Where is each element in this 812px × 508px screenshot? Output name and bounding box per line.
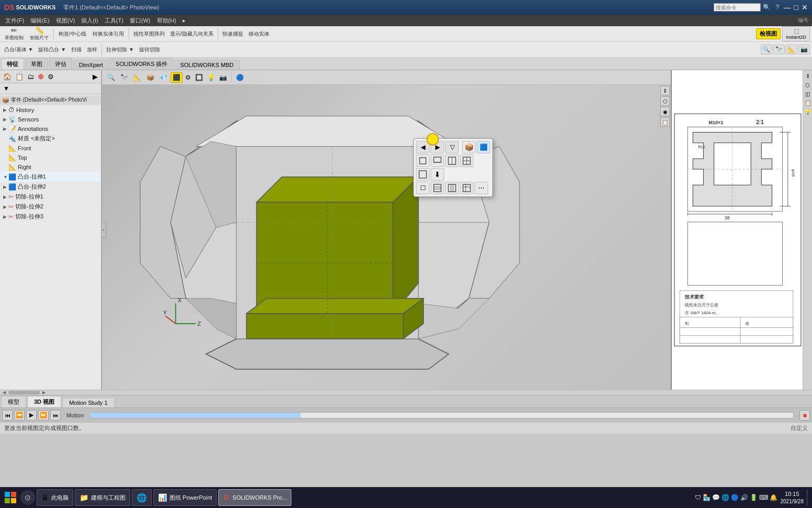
- panel-list-icon[interactable]: 📋: [14, 72, 25, 81]
- view-iso-icon[interactable]: 📦: [144, 72, 156, 83]
- tree-item-boss2[interactable]: ▶ 🟦 凸台-拉伸2: [0, 182, 101, 192]
- popup-hgrid[interactable]: [431, 182, 444, 194]
- tray-bluetooth[interactable]: 🔵: [731, 494, 739, 501]
- view-select-icon[interactable]: 📐: [131, 72, 143, 83]
- tree-item-cut2[interactable]: ▶ ✂ 切除-拉伸2: [0, 202, 101, 212]
- construction-line-button[interactable]: 构造/中心线: [56, 29, 89, 39]
- taskbar-powerpoint[interactable]: 📊 图纸 PowerPoint: [153, 489, 217, 506]
- menu-insert[interactable]: 插入(I): [78, 16, 101, 26]
- view-zoom-icon[interactable]: 🔭: [118, 72, 130, 83]
- view-hidden-icon[interactable]: 🔵: [234, 73, 245, 82]
- right-tb-btn2[interactable]: ⬡: [660, 96, 670, 106]
- search-area[interactable]: 🔍: [714, 3, 771, 12]
- tree-item-annotations[interactable]: ▶ 📝 Annotations: [0, 124, 101, 134]
- boss-extrude-button[interactable]: 凸台/基体 ▼: [2, 45, 35, 54]
- expand-icon[interactable]: ▶: [92, 72, 99, 81]
- tree-item-top[interactable]: 📐 Top: [0, 153, 101, 162]
- tab-evaluate[interactable]: 评估: [49, 58, 72, 70]
- taskbar-folder[interactable]: 📁 建模与工程图: [75, 489, 130, 506]
- view-selector[interactable]: 🔍 🔭 📐 📷: [761, 45, 810, 54]
- bottom-tab-motion[interactable]: Motion Study 1: [62, 397, 114, 407]
- motion-prev-btn[interactable]: ⏪: [14, 410, 25, 421]
- instant2d-button[interactable]: ⬚ Instant2D: [782, 26, 810, 41]
- dp-btn2[interactable]: ⬡: [804, 81, 811, 89]
- popup-box4[interactable]: [460, 154, 473, 167]
- dp-btn5[interactable]: 💡: [804, 108, 811, 115]
- tree-root[interactable]: 📦 零件 (Default<<Default> PhotoVi: [0, 95, 101, 105]
- show-desktop-button[interactable]: [807, 489, 810, 506]
- menu-help[interactable]: 帮助(H): [154, 16, 179, 26]
- tree-item-history[interactable]: ▶ ⏱ History: [0, 105, 101, 115]
- menu-edit[interactable]: 编辑(E): [27, 16, 53, 26]
- right-tb-btn1[interactable]: ⇕: [660, 86, 670, 95]
- popup-table[interactable]: [460, 182, 473, 194]
- menu-window[interactable]: 窗口(W): [127, 16, 154, 26]
- taskbar-chrome[interactable]: 🌐: [132, 489, 152, 506]
- popup-box2[interactable]: [431, 154, 444, 167]
- panel-target-icon[interactable]: ⊕: [37, 72, 45, 81]
- convert-entities-button[interactable]: 转换实体引用: [90, 29, 127, 39]
- tab-dimxpert[interactable]: DimXpert: [73, 60, 109, 70]
- motion-begin-btn[interactable]: ⏮: [2, 410, 13, 421]
- tray-input[interactable]: ⌨: [759, 494, 768, 501]
- tray-msg[interactable]: 💬: [712, 494, 720, 501]
- minimize-button[interactable]: —: [784, 3, 791, 12]
- motion-record-btn[interactable]: ⏺: [799, 410, 810, 421]
- scroll-left-btn[interactable]: ◀: [1, 391, 7, 395]
- view-lighting-icon[interactable]: 💡: [206, 73, 217, 82]
- panel-folder-icon[interactable]: 🗂: [26, 72, 35, 81]
- right-tb-btn3[interactable]: ◉: [660, 107, 670, 116]
- dp-btn1[interactable]: ⇕: [804, 72, 811, 80]
- popup-vgrid[interactable]: [445, 182, 459, 194]
- menu-file[interactable]: 文件(F): [2, 16, 27, 26]
- start-button[interactable]: [2, 489, 19, 506]
- tray-notification[interactable]: 🔔: [770, 494, 777, 501]
- tab-sw-plugins[interactable]: SOLIDWORKS 插件: [110, 58, 174, 70]
- view-more-icon[interactable]: ⚙: [184, 73, 193, 82]
- view-shaded-icon[interactable]: 💎: [157, 72, 170, 83]
- panel-home-icon[interactable]: 🏠: [2, 72, 13, 81]
- toolbar-checkmark-view[interactable]: 检视图: [756, 28, 781, 39]
- popup-layout1[interactable]: [416, 168, 430, 181]
- quick-snap-button[interactable]: 快速捕捉: [220, 29, 245, 39]
- view-section-icon[interactable]: 🔲: [194, 73, 205, 82]
- linear-sketch-pattern-button[interactable]: 线性草图阵列: [131, 29, 167, 39]
- motion-end-btn[interactable]: ⏭: [50, 410, 61, 421]
- tree-item-cut3[interactable]: ▶ ✂ 切除-拉伸3: [0, 212, 101, 222]
- sweep-button[interactable]: 扫描: [69, 45, 84, 54]
- bottom-tab-model[interactable]: 模型: [1, 396, 26, 407]
- loft-button[interactable]: 放样: [85, 45, 99, 54]
- tab-sw-mbd[interactable]: SOLIDWORKS MBD: [174, 60, 239, 70]
- tree-item-boss1[interactable]: ▼ 🟦 凸台-拉伸1: [0, 172, 101, 182]
- move-entity-button[interactable]: 移动实体: [246, 29, 272, 39]
- view-camera-icon[interactable]: 📷: [218, 73, 229, 82]
- tray-store[interactable]: 🏪: [703, 494, 710, 501]
- menu-expand[interactable]: ▸: [179, 16, 189, 25]
- tray-internet[interactable]: 🌐: [721, 494, 729, 501]
- sketch-button[interactable]: ✏ 草图绘制: [2, 25, 26, 42]
- tree-item-material[interactable]: 🔩 材质 <未指定>: [0, 134, 101, 143]
- menu-view[interactable]: 视图(V): [53, 16, 78, 26]
- window-controls[interactable]: — □ ✕: [784, 3, 808, 12]
- popup-extra[interactable]: ⋯: [475, 182, 488, 194]
- clock[interactable]: 10:15 2021/9/28: [781, 490, 804, 504]
- tree-item-cut1[interactable]: ▶ ✂ 切除-拉伸1: [0, 192, 101, 202]
- motion-next-btn[interactable]: ⏩: [38, 410, 49, 421]
- right-tb-btn4[interactable]: 📋: [660, 117, 670, 127]
- scroll-right-btn[interactable]: ▶: [41, 391, 47, 395]
- revolve-cut-button[interactable]: 旋转切除: [137, 45, 162, 54]
- search-input[interactable]: [714, 3, 761, 12]
- maximize-button[interactable]: □: [794, 3, 798, 12]
- popup-down-arrow[interactable]: ⬇: [431, 168, 444, 181]
- tab-sketch[interactable]: 草图: [25, 58, 48, 70]
- taskbar-solidworks[interactable]: ⚙ SOLIDWORKS Pro...: [218, 489, 291, 506]
- view-orient-icon[interactable]: 🔍: [105, 72, 117, 83]
- popup-more-icon[interactable]: ▽: [445, 141, 459, 153]
- panel-collapse-button[interactable]: ›: [101, 222, 106, 238]
- taskbar-explorer[interactable]: 🖥 此电脑: [37, 489, 73, 506]
- close-button[interactable]: ✕: [802, 3, 808, 12]
- menu-tools[interactable]: 工具(T): [102, 16, 127, 26]
- scroll-thumb[interactable]: [8, 391, 40, 394]
- tree-item-right[interactable]: 📐 Right: [0, 162, 101, 172]
- popup-cube-icon[interactable]: 📦: [462, 141, 476, 153]
